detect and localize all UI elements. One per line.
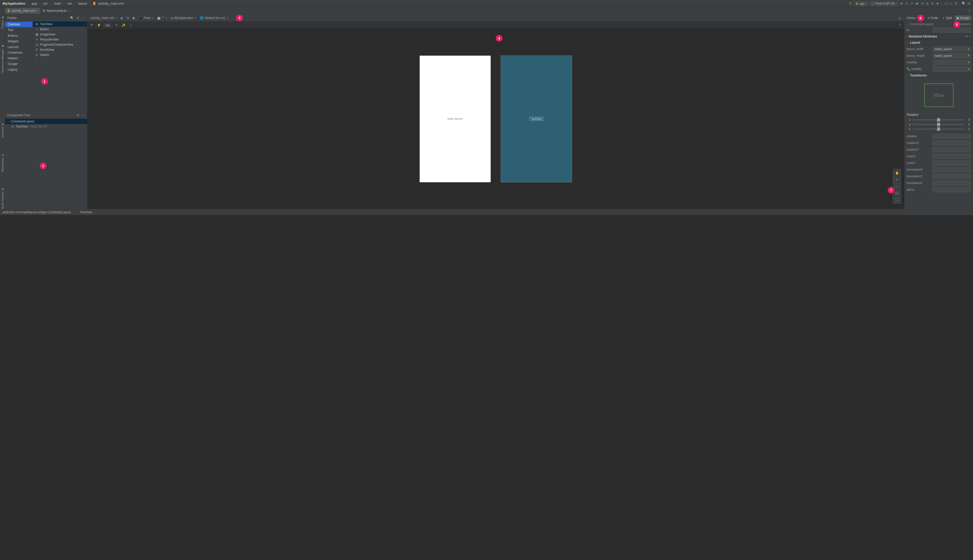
- palette-cat-containers[interactable]: Containers: [5, 50, 33, 55]
- api-dropdown[interactable]: 🤖 T: [156, 16, 168, 20]
- palette-item-scrollview[interactable]: ⇅ScrollView: [33, 47, 87, 52]
- crumb-src[interactable]: src: [43, 2, 48, 5]
- visibility-select[interactable]: ▾: [933, 60, 971, 65]
- run-button[interactable]: [899, 2, 904, 6]
- rotation-z-slider[interactable]: [913, 128, 964, 130]
- minimize-icon[interactable]: —: [82, 16, 85, 20]
- more-menu-icon[interactable]: ⋮: [968, 9, 971, 13]
- gear-icon[interactable]: ⚙: [77, 113, 79, 117]
- close-icon[interactable]: ×: [37, 9, 38, 12]
- settings-icon[interactable]: ⚙: [967, 2, 971, 6]
- status-sub[interactable]: TextView: [80, 210, 92, 214]
- locale-dropdown[interactable]: 🌐 Default (en-us): [199, 16, 229, 20]
- run-config-selector[interactable]: app ▾: [854, 1, 869, 6]
- remove-attribute-icon[interactable]: −: [969, 35, 971, 38]
- device-dropdown[interactable]: 📱 Pixel: [138, 16, 154, 20]
- translationy-input[interactable]: [933, 174, 971, 179]
- rail-build-variants[interactable]: Build Variants ⚒: [1, 187, 4, 209]
- crumb-layout[interactable]: layout: [78, 2, 88, 5]
- palette-item-textview[interactable]: AbTextView: [33, 22, 87, 27]
- sync-icon[interactable]: [848, 2, 853, 6]
- alpha-input[interactable]: [933, 187, 971, 192]
- gear-icon[interactable]: ⚙: [77, 16, 79, 20]
- palette-item-button[interactable]: ▭Button: [33, 27, 87, 32]
- avd-icon[interactable]: ▭: [949, 2, 953, 6]
- palette-cat-google[interactable]: Google: [5, 61, 33, 67]
- layout-section[interactable]: ⌄ Layout: [904, 40, 973, 46]
- crumb-app[interactable]: app: [31, 2, 38, 5]
- rotation-y-slider[interactable]: [913, 124, 964, 125]
- zoom-fit-button[interactable]: ⛶: [894, 197, 900, 202]
- rail-bookmarks[interactable]: Bookmarks ★: [1, 153, 4, 172]
- nightmode-icon[interactable]: ◐: [132, 16, 136, 20]
- stop-icon[interactable]: ■: [936, 2, 940, 6]
- transforms-section[interactable]: ⌄ Transforms: [904, 72, 973, 78]
- blueprint-textview[interactable]: TextView: [529, 117, 543, 121]
- search-icon[interactable]: 🔍: [962, 2, 966, 6]
- coverage-icon[interactable]: ⊞: [925, 2, 930, 6]
- declared-attributes-section[interactable]: › Declared Attributes + −: [904, 33, 973, 40]
- palette-cat-buttons[interactable]: Buttons: [5, 33, 33, 38]
- warnings-icon[interactable]: ⚠: [897, 16, 902, 20]
- rail-structure[interactable]: Structure ≣: [1, 123, 4, 138]
- palette-item-imageview[interactable]: ▩ImageView: [33, 32, 87, 37]
- crumb-project[interactable]: MyApplication: [2, 2, 26, 5]
- device-selector[interactable]: Pixel 4 API 30 ▾: [870, 1, 898, 6]
- view-mode-code[interactable]: ≡ Code: [926, 15, 940, 20]
- profiler-icon[interactable]: ◔: [920, 2, 924, 6]
- eye-icon[interactable]: 👁: [89, 23, 94, 27]
- crumb-main[interactable]: main: [53, 2, 62, 5]
- zoom-in-button[interactable]: +: [894, 177, 900, 182]
- zoom-out-button[interactable]: −: [894, 183, 900, 189]
- scaley-input[interactable]: [933, 160, 971, 165]
- scalex-input[interactable]: [933, 154, 971, 159]
- status-path[interactable]: androidx.constraintlayout.widget.Constra…: [3, 210, 71, 214]
- debug-button[interactable]: [915, 2, 919, 6]
- help-icon[interactable]: ?: [898, 23, 902, 27]
- device-preview-design[interactable]: Hello World!: [420, 55, 491, 182]
- translationz-input[interactable]: [933, 180, 971, 185]
- close-icon[interactable]: ×: [68, 9, 69, 12]
- theme-dropdown[interactable]: ◎ MyApplication: [169, 16, 197, 20]
- pan-button[interactable]: ✋: [894, 170, 900, 176]
- rotation-input[interactable]: [933, 134, 971, 139]
- palette-cat-text[interactable]: Text: [5, 27, 33, 33]
- tree-row-constraintlayout[interactable]: ⌐ ConstraintLayout: [5, 119, 87, 124]
- palette-item-recyclerview[interactable]: ≡RecyclerView: [33, 37, 87, 42]
- crumb-file[interactable]: activity_main.xml: [98, 2, 124, 5]
- tools-visibility-select[interactable]: ▾: [933, 67, 971, 72]
- rail-resource-manager[interactable]: Resource Manager ◆: [1, 44, 4, 73]
- zoom-reset-button[interactable]: 1:1: [894, 190, 900, 196]
- apply-code-icon[interactable]: ⟳: [910, 2, 914, 6]
- layout-width-select[interactable]: match_parent▾: [933, 47, 971, 52]
- palette-cat-helpers[interactable]: Helpers: [5, 55, 33, 61]
- view-mode-split[interactable]: ⫽ Split: [940, 15, 954, 20]
- design-file-dropdown[interactable]: activity_main.xml: [89, 16, 118, 20]
- apply-changes-icon[interactable]: ↻: [904, 2, 909, 6]
- attach-debugger-icon[interactable]: ⚙: [930, 2, 935, 6]
- palette-cat-widgets[interactable]: Widgets: [5, 38, 33, 44]
- search-icon[interactable]: 🔍: [70, 16, 74, 20]
- crumb-res[interactable]: res: [67, 2, 72, 5]
- surface-icon[interactable]: ◆: [119, 16, 124, 20]
- margin-value[interactable]: 0dp: [104, 23, 112, 27]
- device-preview-blueprint[interactable]: TextView: [501, 55, 572, 182]
- palette-item-fragmentcontainer[interactable]: ◫FragmentContainerView: [33, 42, 87, 47]
- tab-mainactivity[interactable]: MainActivity.kt ×: [40, 8, 72, 14]
- clear-constraints-icon[interactable]: ✕: [114, 23, 119, 27]
- infer-constraints-icon[interactable]: ✨: [121, 23, 126, 27]
- tree-row-textview[interactable]: Ab TextView "Hello World!": [5, 124, 87, 129]
- sdk-icon[interactable]: ⬇: [954, 2, 958, 6]
- magnet-icon[interactable]: ⚡: [97, 23, 101, 27]
- minimize-icon[interactable]: —: [82, 113, 85, 117]
- rotationx-input[interactable]: [933, 140, 971, 145]
- rotationy-input[interactable]: [933, 147, 971, 152]
- translationx-input[interactable]: [933, 167, 971, 172]
- add-attribute-icon[interactable]: +: [966, 35, 968, 38]
- palette-cat-common[interactable]: Common: [5, 22, 33, 27]
- rotation-x-slider[interactable]: [913, 119, 964, 120]
- git-icon[interactable]: ⎇: [943, 2, 948, 6]
- guidelines-icon[interactable]: I: [129, 23, 133, 27]
- id-input[interactable]: [933, 27, 971, 33]
- rail-project[interactable]: Project ▤: [1, 16, 4, 29]
